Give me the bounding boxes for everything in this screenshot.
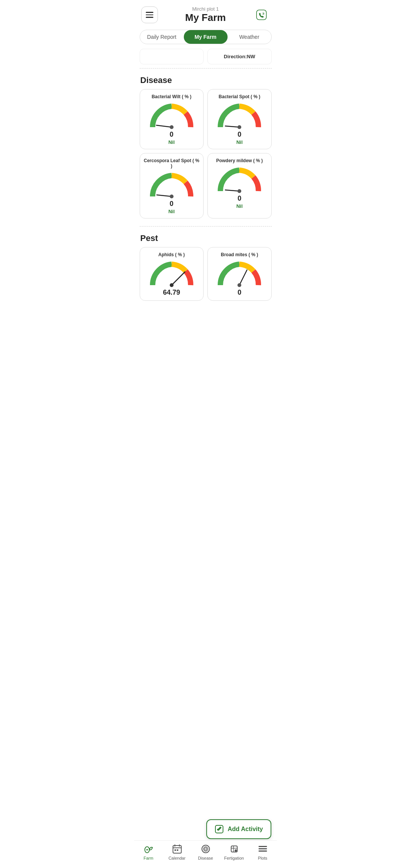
disease-icon (200, 844, 211, 854)
gauge-cercospora-status: Nil (168, 209, 175, 214)
gauge-bacterial-spot: Bacterial Spot ( % ) 0 Nil (207, 89, 272, 149)
gauge-bacterial-spot-value: 0 (237, 131, 241, 139)
svg-rect-0 (257, 10, 267, 20)
menu-button[interactable] (141, 6, 158, 23)
phone-icon (255, 9, 268, 21)
gauge-aphids-label: Aphids ( % ) (158, 252, 185, 257)
svg-point-2 (170, 125, 174, 129)
divider-2 (140, 226, 272, 227)
gauge-bacterial-wilt-status: Nil (168, 139, 175, 145)
gauge-bacterial-spot-status: Nil (236, 139, 243, 145)
hamburger-icon (146, 12, 153, 18)
add-activity-label: Add Activity (228, 826, 263, 833)
header: Mirchi plot 1 My Farm (134, 0, 277, 27)
pest-gauge-grid: Aphids ( % ) 64.79 Broad mites ( % ) 0 (134, 247, 277, 305)
svg-line-9 (172, 272, 185, 285)
svg-line-11 (239, 270, 247, 285)
farm-icon (143, 844, 154, 854)
nav-disease[interactable]: Disease (194, 844, 217, 860)
direction-card: Direction:NW (207, 49, 272, 64)
svg-line-5 (157, 195, 172, 196)
gauge-powdery-mildew-status: Nil (236, 203, 243, 209)
svg-line-1 (156, 125, 172, 127)
plots-icon (257, 844, 268, 854)
nav-fertigation[interactable]: Fertigation (223, 844, 245, 860)
edit-icon (215, 825, 224, 834)
gauge-bacterial-wilt: Bacterial Wilt ( % ) 0 Nil (140, 89, 204, 149)
svg-point-19 (202, 845, 209, 853)
direction-banner: Direction:NW (140, 49, 272, 64)
divider-1 (140, 68, 272, 69)
nav-calendar-label: Calendar (169, 856, 186, 860)
gauge-aphids-value: 64.79 (163, 289, 180, 297)
nav-plots-label: Plots (258, 856, 267, 860)
nav-calendar[interactable]: Calendar (166, 844, 188, 860)
nav-plots[interactable]: Plots (251, 844, 274, 860)
fertigation-icon (229, 844, 239, 854)
svg-rect-17 (174, 849, 176, 851)
gauge-bacterial-spot-label: Bacterial Spot ( % ) (219, 94, 260, 99)
page-title: My Farm (185, 12, 226, 24)
svg-point-6 (170, 195, 174, 198)
svg-rect-23 (258, 846, 267, 847)
gauge-powdery-mildew: Powdery mildew ( % ) 0 Nil (207, 153, 272, 219)
gauge-broad-mites-value: 0 (237, 289, 241, 297)
gauge-broad-mites: Broad mites ( % ) 0 (207, 247, 272, 301)
gauge-bacterial-wilt-label: Bacterial Wilt ( % ) (151, 94, 191, 99)
svg-rect-18 (177, 849, 178, 851)
farm-subtitle: Mirchi plot 1 (185, 6, 226, 12)
gauge-bacterial-wilt-value: 0 (170, 131, 174, 139)
phone-button[interactable] (253, 6, 270, 23)
bottom-nav: Farm Calendar Disease Fertigation (134, 840, 277, 868)
svg-point-8 (237, 189, 241, 193)
nav-farm-label: Farm (143, 856, 153, 860)
svg-point-12 (237, 283, 241, 287)
gauge-powdery-mildew-label: Powdery mildew ( % ) (216, 158, 263, 163)
svg-rect-24 (258, 848, 267, 849)
gauge-bacterial-spot-chart (215, 102, 264, 129)
add-activity-button[interactable]: Add Activity (206, 819, 271, 839)
gauge-aphids-chart (147, 260, 196, 287)
gauge-cercospora-value: 0 (170, 200, 174, 208)
gauge-bacterial-wilt-chart (147, 102, 196, 129)
svg-point-22 (234, 849, 237, 852)
svg-rect-25 (258, 850, 267, 852)
svg-point-20 (204, 848, 207, 850)
tab-bar: Daily Report My Farm Weather (140, 30, 272, 44)
gauge-cercospora-label: Cercospora Leaf Spot ( % ) (143, 158, 201, 169)
gauge-broad-mites-chart (215, 260, 264, 287)
tab-weather[interactable]: Weather (228, 30, 271, 44)
svg-line-3 (225, 126, 239, 127)
tab-daily-report[interactable]: Daily Report (140, 30, 184, 44)
disease-gauge-grid: Bacterial Wilt ( % ) 0 Nil Bacterial Spo… (134, 89, 277, 222)
gauge-cercospora-chart (147, 172, 196, 198)
gauge-cercospora: Cercospora Leaf Spot ( % ) 0 Nil (140, 153, 204, 219)
disease-section-title: Disease (134, 72, 277, 89)
gauge-broad-mites-label: Broad mites ( % ) (221, 252, 258, 257)
nav-fertigation-label: Fertigation (224, 856, 244, 860)
svg-point-4 (237, 125, 241, 129)
nav-disease-label: Disease (198, 856, 213, 860)
gauge-powdery-mildew-chart (215, 166, 264, 193)
gauge-powdery-mildew-value: 0 (237, 195, 241, 203)
svg-point-10 (170, 283, 174, 287)
svg-point-15 (146, 849, 148, 850)
tab-my-farm[interactable]: My Farm (184, 30, 228, 44)
nav-farm[interactable]: Farm (137, 844, 160, 860)
direction-card-empty (140, 49, 204, 64)
svg-line-7 (225, 190, 239, 191)
gauge-aphids: Aphids ( % ) 64.79 (140, 247, 204, 301)
header-center: Mirchi plot 1 My Farm (185, 6, 226, 24)
pest-section-title: Pest (134, 230, 277, 247)
calendar-icon (172, 844, 182, 854)
